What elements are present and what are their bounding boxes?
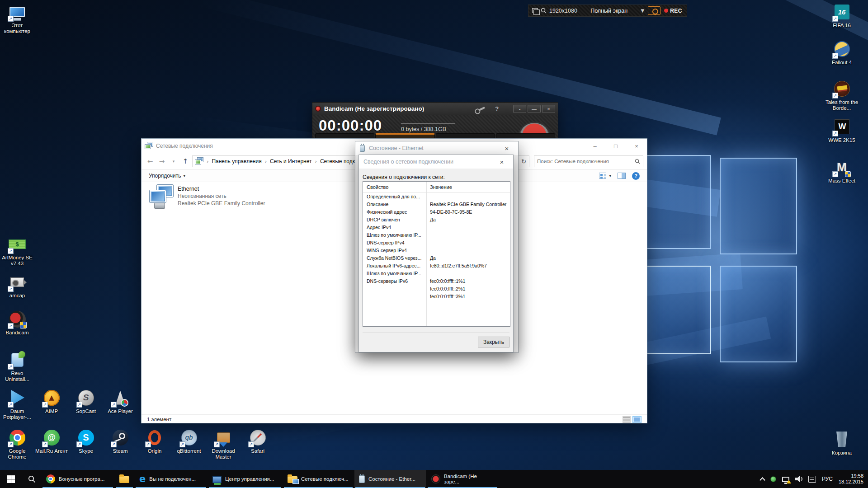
tray-app-icon[interactable]: [770, 476, 776, 482]
desktop-icon-origin[interactable]: ↗ Origin: [137, 427, 172, 454]
row-property: Шлюз по умолчанию IP...: [363, 271, 426, 276]
shortcut-arrow-icon: ↗: [832, 16, 838, 22]
recent-locations-icon[interactable]: ▾: [169, 159, 179, 164]
desktop-icon-label: FIFA 16: [825, 23, 859, 28]
desktop-icon-this-pc[interactable]: ↗ Этот компьютер: [0, 2, 34, 34]
table-row: fec0:0:0:ffff::3%1: [363, 292, 510, 300]
taskbar-button-network-connections[interactable]: Сетевые подключ...: [283, 470, 354, 488]
status-dialog-close-icon[interactable]: ×: [500, 145, 514, 152]
desktop-icon-mailru[interactable]: ↗ Mail.Ru Агент: [34, 427, 69, 454]
explorer-minimize-button[interactable]: –: [585, 139, 605, 153]
status-dialog-title: Состояние - Ethernet: [369, 145, 424, 151]
breadcrumb-network-internet[interactable]: Сеть и Интернет: [270, 158, 311, 164]
desktop-icon-fallout4[interactable]: ↗ Fallout 4: [825, 39, 859, 66]
desktop-icon-download-master[interactable]: ↗ Download Master: [206, 427, 241, 460]
preview-pane-icon[interactable]: [618, 173, 626, 179]
breadcrumb-network-connections[interactable]: Сетевые подк: [320, 158, 355, 164]
screenshot-camera-icon[interactable]: [648, 6, 660, 15]
view-dropdown-icon[interactable]: ▾: [609, 174, 611, 178]
desktop-icon-recycle-bin[interactable]: Корзина: [825, 429, 859, 456]
desktop-icon-safari[interactable]: ↗ Safari: [241, 427, 275, 454]
table-row: Шлюз по умолчанию IP...: [363, 231, 510, 239]
desktop-icon-label: Этот компьютер: [0, 23, 34, 34]
desktop-icon-aceplayer[interactable]: ↗ Ace Player: [103, 388, 137, 414]
explorer-maximize-button[interactable]: □: [605, 139, 626, 153]
desktop-icon-aimp[interactable]: ↗ AIMP: [34, 388, 69, 414]
capture-rec-button[interactable]: REC: [670, 8, 682, 14]
taskbar-button-explorer[interactable]: [115, 470, 134, 488]
organize-dropdown-icon[interactable]: ▾: [183, 174, 185, 178]
desktop-icon-bandicam[interactable]: ↗ Bandicam: [0, 309, 34, 336]
desktop-icon-amcap[interactable]: ↗ amcap: [0, 272, 34, 299]
desktop-icon-label: Daum Potplayer-...: [0, 408, 34, 420]
details-dialog-titlebar[interactable]: Сведения о сетевом подключении ×: [359, 155, 513, 169]
table-row: Локальный IPv6-адрес...fe80::d1f2:e7ff:5…: [363, 262, 510, 269]
help-icon[interactable]: ?: [632, 172, 640, 180]
desktop-icon-mass-effect[interactable]: ↗ Mass Effect: [825, 157, 859, 184]
up-icon[interactable]: ↑: [180, 157, 190, 165]
details-dialog-close-icon[interactable]: ×: [495, 158, 509, 166]
desktop-icon-skype[interactable]: ↗ Skype: [69, 427, 103, 454]
desktop-icon-qbittorrent[interactable]: ↗ qBittorrent: [172, 427, 206, 454]
register-key-icon[interactable]: [478, 107, 485, 111]
taskbar-button-chrome[interactable]: Бонусные програ...: [42, 470, 114, 488]
language-indicator[interactable]: РУС: [822, 476, 833, 482]
bandicam-record-icon: [315, 106, 321, 112]
large-icons-view-icon[interactable]: [632, 416, 642, 423]
back-icon[interactable]: ←: [145, 157, 155, 165]
taskbar-button-label: Центр управления...: [225, 476, 274, 482]
desktop-icon-steam[interactable]: ↗ Steam: [103, 427, 137, 454]
bandicam-tray-button[interactable]: -: [513, 105, 526, 113]
capture-mode[interactable]: Полный экран: [577, 8, 641, 14]
select-region-icon[interactable]: [532, 8, 538, 13]
details-view-icon[interactable]: [623, 416, 631, 423]
explorer-statusbar: 1 элемент: [142, 414, 647, 424]
desktop-icon-label: Download Master: [206, 448, 241, 460]
wallpaper-window-pane: [720, 158, 797, 254]
search-icon[interactable]: [635, 159, 640, 164]
taskbar-button-bandicam[interactable]: Bandicam (Не заре...: [427, 470, 498, 488]
start-button[interactable]: [0, 470, 22, 488]
change-view-icon[interactable]: [599, 173, 606, 179]
desktop-icon-fifa16[interactable]: ↗ FIFA 16: [825, 2, 859, 28]
bandicam-icon: [431, 474, 440, 483]
network-center-icon: [212, 476, 222, 483]
desktop-icon-chrome[interactable]: ↗ Google Chrome: [0, 427, 34, 460]
bandicam-titlebar[interactable]: Bandicam (Не зарегистрировано) ? - — ×: [312, 103, 558, 115]
action-center-icon[interactable]: [808, 476, 816, 483]
network-warning-icon[interactable]: [782, 477, 789, 482]
capture-mode-dropdown-icon[interactable]: ▼: [641, 8, 644, 13]
taskbar-search-button[interactable]: [22, 470, 42, 488]
refresh-icon[interactable]: ↻: [519, 155, 529, 167]
desktop-icon-revo[interactable]: ↗ Revo Uninstall...: [0, 350, 34, 382]
explorer-close-button[interactable]: ×: [626, 139, 647, 153]
desktop-icon-sopcast[interactable]: ↗ SopCast: [69, 388, 103, 414]
explorer-search-input[interactable]: [537, 159, 635, 164]
clock[interactable]: 19:58 18.12.2015: [839, 473, 863, 485]
taskbar-button-label: Бонусные програ...: [59, 476, 104, 482]
status-dialog-titlebar[interactable]: Состояние - Ethernet ×: [355, 141, 518, 155]
desktop-icon-potplayer[interactable]: ↗ Daum Potplayer-...: [0, 388, 34, 420]
forward-icon[interactable]: →: [157, 157, 167, 165]
volume-icon[interactable]: [795, 476, 802, 482]
bandicam-help-icon[interactable]: ?: [495, 105, 499, 112]
shortcut-arrow-icon: ↗: [214, 441, 220, 447]
taskbar-button-network-center[interactable]: Центр управления...: [208, 470, 282, 488]
explorer-title: Сетевые подключения: [156, 143, 213, 149]
show-hidden-icons-icon[interactable]: [760, 477, 765, 483]
row-value: fec0:0:0:ffff::2%1: [426, 286, 465, 291]
ethernet-connection-item[interactable]: Ethernet Неопознанная сеть Realtek PCIe …: [150, 185, 299, 211]
taskbar-button-ethernet-status[interactable]: Состояние - Ether...: [354, 470, 426, 488]
desktop-icon-wwe2k15[interactable]: ↗ WWE 2K15: [825, 117, 859, 143]
desktop-icon-label: AIMP: [34, 408, 69, 414]
organize-menu[interactable]: Упорядочить: [149, 173, 181, 179]
desktop-icon-tales[interactable]: ↗ Tales from the Borde...: [825, 79, 859, 111]
bandicam-minimize-button[interactable]: —: [528, 105, 541, 113]
zoom-icon[interactable]: [541, 8, 547, 14]
dialog-separator: [363, 332, 509, 333]
breadcrumb-control-panel[interactable]: Панель управления: [212, 158, 261, 164]
close-button[interactable]: Закрыть: [478, 337, 509, 347]
taskbar-button-edge[interactable]: e Вы не подключен...: [135, 470, 207, 488]
desktop-icon-artmoney[interactable]: ↗ ArtMoney SE v7.43: [0, 234, 34, 267]
bandicam-close-button[interactable]: ×: [542, 105, 555, 113]
